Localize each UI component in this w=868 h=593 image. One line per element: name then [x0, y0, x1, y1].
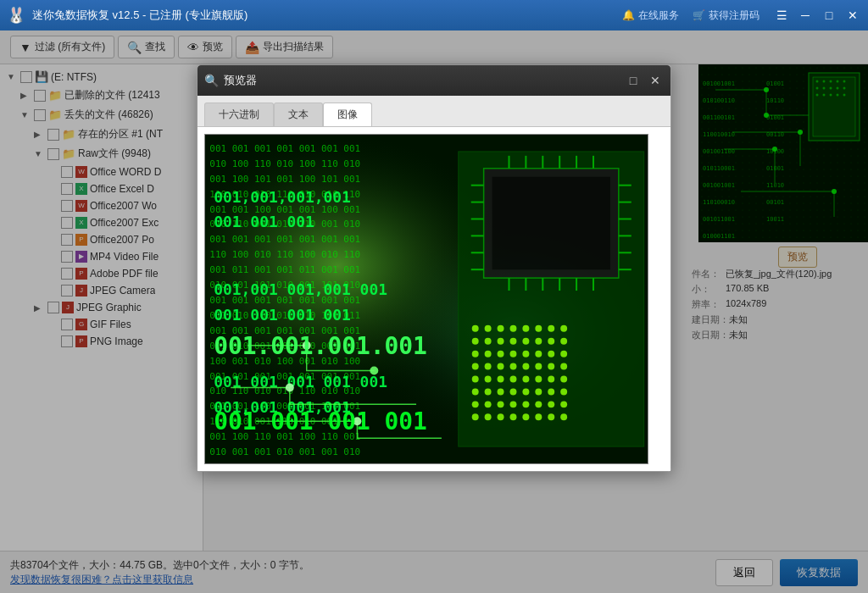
svg-point-122 [509, 338, 516, 345]
svg-point-114 [509, 325, 516, 332]
svg-point-117 [548, 325, 554, 332]
svg-point-136 [485, 363, 492, 370]
dialog-title-text: 预览器 [224, 73, 257, 88]
menu-button[interactable]: ☰ [773, 7, 790, 24]
svg-point-162 [509, 401, 516, 407]
svg-point-170 [509, 413, 516, 420]
svg-text:001 100 101 001 100 101 001: 001 100 101 001 100 101 001 [209, 174, 360, 185]
svg-point-151 [472, 388, 479, 395]
svg-point-125 [548, 338, 554, 345]
svg-text:001 001 001 001 001 001 001: 001 001 001 001 001 001 001 [209, 143, 360, 154]
svg-point-146 [509, 376, 516, 383]
svg-point-135 [472, 363, 479, 370]
svg-point-142 [560, 363, 567, 370]
close-button[interactable]: ✕ [844, 7, 861, 24]
svg-point-153 [498, 388, 504, 395]
svg-point-126 [560, 338, 567, 345]
svg-point-111 [472, 325, 479, 332]
dialog-image-preview: 001 001 001 001 001 001 001 010 100 110 … [204, 134, 648, 464]
dialog-title: 🔍 预览器 [204, 73, 257, 88]
dialog-close-button[interactable]: ✕ [647, 72, 664, 89]
preview-dialog: 🔍 预览器 □ ✕ 十六进制 文本 图像 [197, 64, 671, 472]
svg-point-118 [560, 325, 567, 332]
maximize-button[interactable]: □ [821, 7, 837, 24]
svg-point-168 [485, 413, 492, 420]
svg-point-127 [472, 351, 479, 357]
svg-text:001,001,001,001: 001,001,001,001 [214, 188, 351, 206]
svg-point-158 [560, 388, 567, 395]
svg-point-166 [560, 401, 567, 407]
svg-point-129 [498, 351, 504, 357]
svg-point-130 [509, 351, 516, 357]
svg-text:110 100 010 110 100 010 110: 110 100 010 110 100 010 110 [209, 249, 360, 260]
svg-point-143 [472, 376, 479, 383]
get-code[interactable]: 🛒 获得注册码 [693, 8, 760, 23]
title-bar-left: 🐰 迷你兔数据恢复 v12.5 - 已注册 (专业旗舰版) [7, 6, 248, 25]
title-bar: 🐰 迷你兔数据恢复 v12.5 - 已注册 (专业旗舰版) 🔔 在线服务 🛒 获… [0, 0, 868, 30]
svg-point-115 [522, 325, 529, 332]
svg-text:001 001 001 001 001 001 001: 001 001 001 001 001 001 001 [209, 234, 360, 245]
svg-point-152 [485, 388, 492, 395]
window-controls: ☰ ─ □ ✕ [773, 7, 861, 24]
svg-point-172 [535, 413, 542, 420]
svg-point-112 [485, 325, 492, 332]
svg-point-139 [522, 363, 529, 370]
svg-rect-86 [492, 177, 610, 269]
cart-icon: 🛒 [693, 9, 705, 21]
svg-text:001 011 001 001 011 001 001: 001 011 001 001 011 001 001 [209, 264, 360, 275]
dialog-tabs: 十六进制 文本 图像 [198, 96, 670, 127]
tab-hex[interactable]: 十六进制 [204, 103, 274, 126]
svg-text:010 100 110 010 100 110 010: 010 100 110 010 100 110 010 [209, 158, 360, 169]
dialog-controls: □ ✕ [625, 72, 664, 89]
svg-point-121 [498, 338, 504, 345]
svg-point-120 [485, 338, 492, 345]
svg-point-178 [370, 367, 378, 375]
dialog-maximize-button[interactable]: □ [625, 72, 642, 89]
svg-point-140 [535, 363, 542, 370]
app-icon: 🐰 [7, 6, 25, 25]
svg-text:001,001 001,001 001: 001,001 001,001 001 [214, 280, 387, 298]
svg-point-176 [286, 383, 294, 391]
svg-text:001 001 001 001: 001 001 001 001 [214, 407, 426, 435]
svg-text:001 001 001 001: 001 001 001 001 [214, 306, 351, 324]
svg-point-156 [535, 388, 542, 395]
svg-point-150 [560, 376, 567, 383]
svg-point-148 [535, 376, 542, 383]
svg-point-131 [522, 351, 529, 357]
svg-point-174 [560, 413, 567, 420]
modal-overlay: 🔍 预览器 □ ✕ 十六进制 文本 图像 [0, 30, 868, 593]
app-title: 迷你兔数据恢复 v12.5 - 已注册 (专业旗舰版) [32, 8, 248, 23]
title-bar-right: 🔔 在线服务 🛒 获得注册码 ☰ ─ □ ✕ [622, 7, 861, 24]
svg-text:001.001.001.001: 001.001.001.001 [214, 332, 426, 360]
svg-point-128 [485, 351, 492, 357]
svg-point-133 [548, 351, 554, 357]
svg-point-165 [548, 401, 554, 407]
svg-point-171 [522, 413, 529, 420]
svg-point-132 [535, 351, 542, 357]
svg-point-119 [472, 338, 479, 345]
svg-point-173 [548, 413, 554, 420]
svg-point-145 [498, 376, 504, 383]
svg-point-164 [535, 401, 542, 407]
service-icon: 🔔 [622, 9, 635, 21]
svg-point-138 [509, 363, 516, 370]
svg-point-157 [548, 388, 554, 395]
svg-point-137 [498, 363, 504, 370]
svg-text:001 001 001: 001 001 001 [214, 213, 314, 230]
svg-text:010 001 001 010 001 001 010: 010 001 001 010 001 001 010 [209, 446, 360, 457]
svg-point-161 [498, 401, 504, 407]
svg-point-141 [548, 363, 554, 370]
tab-text[interactable]: 文本 [274, 103, 323, 126]
svg-point-113 [498, 325, 504, 332]
svg-point-160 [485, 401, 492, 407]
tab-image[interactable]: 图像 [323, 103, 372, 126]
svg-point-116 [535, 325, 542, 332]
online-service[interactable]: 🔔 在线服务 [622, 8, 679, 23]
svg-point-154 [509, 388, 516, 395]
minimize-button[interactable]: ─ [797, 7, 814, 24]
svg-point-169 [498, 413, 504, 420]
svg-point-123 [522, 338, 529, 345]
dialog-content: 001 001 001 001 001 001 001 010 100 110 … [198, 127, 670, 471]
svg-point-163 [522, 401, 529, 407]
svg-point-155 [522, 388, 529, 395]
